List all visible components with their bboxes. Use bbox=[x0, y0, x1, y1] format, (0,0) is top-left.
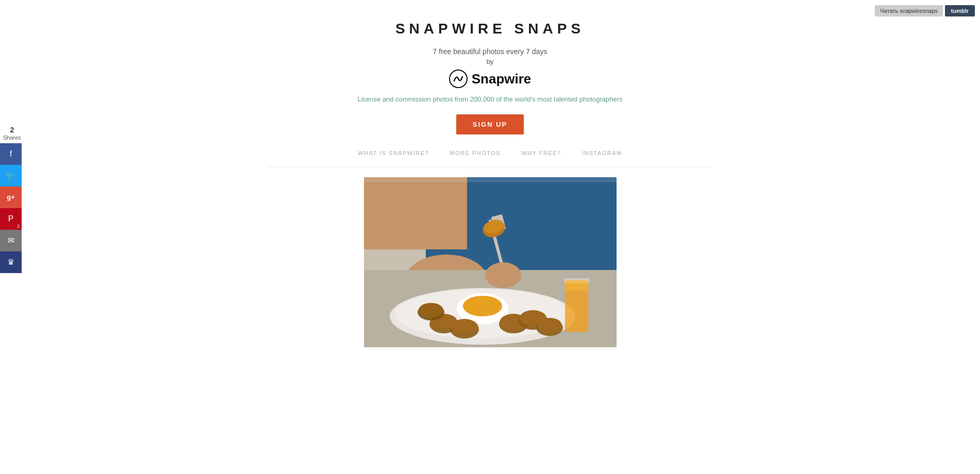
main-content: SNAPWIRE SNAPS 7 free beautiful photos e… bbox=[258, 0, 722, 368]
svg-point-20 bbox=[537, 318, 562, 332]
brand-logo: Snapwire bbox=[269, 70, 712, 88]
nav-links: WHAT IS SNAPWIRE? MORE PHOTOS WHY FREE? … bbox=[269, 150, 712, 167]
tagline: 7 free beautiful photos every 7 days bbox=[269, 47, 712, 56]
googleplus-share-button[interactable]: g+ bbox=[0, 187, 22, 208]
brand-name: Snapwire bbox=[472, 71, 531, 87]
read-button[interactable]: Читать snapwiresnaps bbox=[875, 5, 942, 16]
snapwire-logo-icon bbox=[449, 70, 468, 88]
svg-rect-28 bbox=[490, 265, 516, 283]
facebook-share-button[interactable]: f bbox=[0, 143, 22, 165]
svg-point-22 bbox=[419, 303, 443, 317]
photo-container bbox=[269, 177, 712, 347]
nav-what-is-snapwire[interactable]: WHAT IS SNAPWIRE? bbox=[358, 150, 429, 156]
by-text: by bbox=[269, 58, 712, 65]
svg-rect-3 bbox=[364, 177, 467, 249]
email-share-button[interactable]: ✉ bbox=[0, 230, 22, 251]
nav-more-photos[interactable]: MORE PHOTOS bbox=[450, 150, 501, 156]
email-icon: ✉ bbox=[8, 235, 14, 245]
feather-share-button[interactable]: ♛ bbox=[0, 251, 22, 273]
site-title: SNAPWIRE SNAPS bbox=[269, 21, 712, 37]
twitter-icon: 🐦 bbox=[6, 171, 16, 180]
food-photo bbox=[364, 177, 617, 347]
tumblr-button[interactable]: tumblr bbox=[945, 5, 975, 16]
shares-counter: 2 Shares bbox=[0, 124, 24, 143]
shares-count: 2 bbox=[3, 126, 21, 134]
svg-point-10 bbox=[463, 296, 502, 316]
feather-icon: ♛ bbox=[7, 257, 14, 267]
svg-rect-31 bbox=[565, 280, 588, 291]
signup-button[interactable]: SIGN UP bbox=[456, 114, 524, 134]
social-sidebar: 2 Shares f 🐦 g+ P 2 ✉ ♛ bbox=[0, 124, 24, 273]
pinterest-share-button[interactable]: P 2 bbox=[0, 208, 22, 230]
nav-why-free[interactable]: WHY FREE? bbox=[521, 150, 561, 156]
shares-label: Shares bbox=[3, 134, 21, 141]
pinterest-badge: 2 bbox=[17, 224, 20, 229]
food-photo-svg bbox=[364, 177, 617, 347]
twitter-share-button[interactable]: 🐦 bbox=[0, 165, 22, 187]
facebook-icon: f bbox=[10, 149, 12, 159]
svg-point-14 bbox=[451, 319, 478, 334]
svg-rect-32 bbox=[364, 177, 617, 182]
pinterest-icon: P bbox=[8, 214, 14, 224]
license-text: License and commission photos from 200,0… bbox=[269, 95, 712, 103]
nav-instagram[interactable]: INSTAGRAM bbox=[582, 150, 622, 156]
googleplus-icon: g+ bbox=[7, 193, 15, 201]
top-right-buttons: Читать snapwiresnaps tumblr bbox=[875, 5, 975, 16]
